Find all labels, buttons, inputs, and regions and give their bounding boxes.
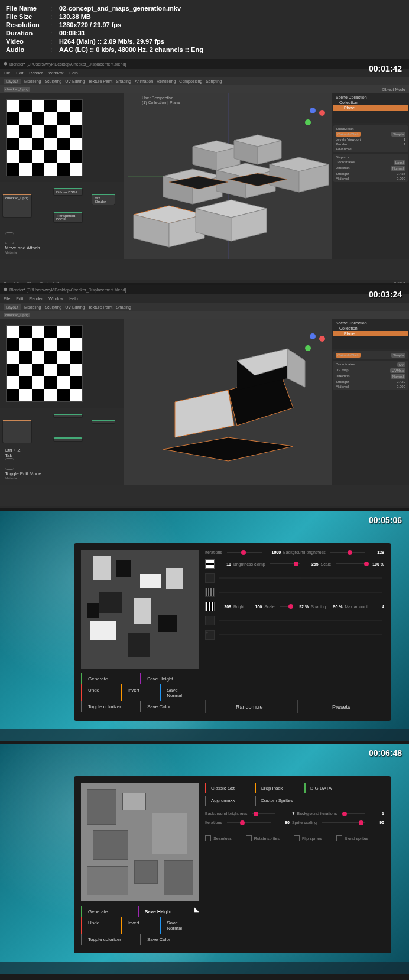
node-diffuse[interactable] [53,414,83,418]
timeline[interactable] [0,485,409,506]
uv-image-editor[interactable] [0,319,124,408]
workspace-tabs[interactable]: Layout Modeling Sculpting UV Editing Tex… [0,303,409,311]
vlines-icon[interactable] [205,602,215,611]
tab-rendering[interactable]: Rendering [157,79,176,83]
save-color-btn[interactable]: Save Color [140,934,199,945]
tab-modeling[interactable]: Modeling [24,79,41,83]
modifier-displace[interactable]: CoordinatesUV UV MapUVMap DirectionNorma… [333,361,408,390]
toggle-colorizer-btn[interactable]: Toggle colorizer [81,934,140,945]
invert-btn[interactable]: Invert [121,684,160,701]
tab-layout[interactable]: Layout [4,79,21,84]
menubar[interactable]: File Edit Render Window Help [0,69,409,77]
vbars-icon[interactable] [205,573,215,583]
preset-aggromaxx[interactable]: Aggromaxx [205,796,252,806]
rotate-checkbox[interactable] [246,835,252,841]
bg-brightness-slider[interactable] [330,552,365,553]
tab-scripting[interactable]: Scripting [206,79,222,83]
catmull-clark-btn[interactable]: Catmull-Clark [336,132,361,137]
menu-edit[interactable]: Edit [16,71,23,75]
iterations-slider[interactable] [227,552,262,553]
gizmo-x[interactable] [319,110,325,116]
menu-help[interactable]: Help [69,297,77,301]
blend-checkbox[interactable] [336,835,342,841]
outliner[interactable]: Scene Collection Collection Plane [332,319,409,349]
windows-taskbar[interactable] [0,729,409,741]
image-dropdown[interactable]: checker_1.png [4,87,30,92]
window-titlebar[interactable]: ⬢ Blender* [C:\Users\wryk\Desktop\Checke… [0,59,409,69]
node-mix-shader[interactable]: Mix Shader [92,194,115,205]
presets-btn[interactable]: Presets [297,700,385,713]
node-transparent[interactable]: Transparent BSDF [53,212,83,223]
generate-btn[interactable]: Generate [81,906,138,917]
properties-panel[interactable]: Catmull-Clark Simple CoordinatesUV UV Ma… [332,349,409,392]
tab-sculpting[interactable]: Sculpting [44,79,61,83]
tab-compositing[interactable]: Compositing [179,79,202,83]
tab-shading[interactable]: Shading [116,79,131,83]
tab-shading[interactable]: Shading [116,305,131,309]
timeline[interactable] [0,259,409,280]
gizmo-z[interactable] [310,333,316,339]
window-titlebar[interactable]: ⬢ Blender* [C:\Users\wryk\Desktop\Checke… [0,285,409,294]
image-dropdown[interactable]: checker_1.png [4,313,30,317]
toggle-colorizer-btn[interactable]: Toggle colorizer [81,701,140,712]
hbars-icon[interactable] [205,559,215,569]
menu-help[interactable]: Help [69,71,77,75]
menu-render[interactable]: Render [29,71,43,75]
save-height-btn[interactable]: Save Height [140,673,199,684]
clamp-slider[interactable] [270,563,300,564]
menubar[interactable]: File Edit Render Window Help [0,294,409,303]
3d-viewport[interactable] [124,319,332,485]
jsplacement-window[interactable]: Generate Save Height ◣ Undo Invert Save … [74,776,391,953]
modifier-subdivision[interactable]: Subdivision Catmull-Clark Simple Levels … [333,125,408,152]
shader-node-editor[interactable]: Ctrl + Z Tab Toggle Edit Mode Material [0,408,124,485]
bg-iter-slider[interactable] [342,813,365,814]
preset-classic[interactable]: Classic Set [205,783,252,793]
bg-bright-slider[interactable] [252,813,276,814]
line-icon[interactable] [205,616,215,625]
seamless-checkbox[interactable] [205,835,211,841]
tab-animation[interactable]: Animation [135,79,153,83]
tab-uv[interactable]: UV Editing [65,305,85,309]
scale-slider[interactable] [336,563,365,564]
simple-btn[interactable]: Simple [391,132,405,137]
save-color-btn[interactable]: Save Color [140,701,199,712]
node-image-texture[interactable]: checker_1.png [2,194,32,218]
menu-edit[interactable]: Edit [16,297,23,301]
menu-window[interactable]: Window [48,71,63,75]
3d-viewport[interactable]: User Perspective (1) Collection | Plane [124,93,332,259]
undo-btn[interactable]: Undo [81,684,121,701]
save-normal-btn[interactable]: Save Normal [160,917,199,934]
gizmo-y[interactable] [305,119,311,125]
gizmo-x[interactable] [319,336,325,342]
node-diffuse[interactable]: Diffuse BSDF [53,188,83,196]
outliner-collection[interactable]: Collection [333,100,408,105]
nav-gizmo[interactable] [303,105,326,129]
menu-render[interactable]: Render [29,297,43,301]
windows-taskbar[interactable] [0,962,409,974]
header-toolbar[interactable]: checker_1.png Object Mode [0,85,409,93]
grid-icon[interactable] [205,588,215,597]
simple-btn[interactable]: Simple [391,353,405,358]
modifier-displace[interactable]: Displace CoordinatesLocal DirectionNorma… [333,154,408,182]
uv-image-editor[interactable] [0,93,124,182]
gizmo-y[interactable] [305,345,311,351]
outliner-scene[interactable]: Scene Collection [333,320,408,326]
iter-slider[interactable] [227,822,271,823]
shader-node-editor[interactable]: checker_1.png Diffuse BSDF Transparent B… [0,182,124,259]
object-mode-dropdown[interactable]: Object Mode [382,87,405,92]
sprite-scale-slider[interactable] [322,822,365,823]
preset-crop[interactable]: Crop Pack [255,783,302,793]
preset-custom[interactable]: Custom Sprites [255,796,302,806]
menu-window[interactable]: Window [48,297,63,301]
tab-modeling[interactable]: Modeling [24,305,41,309]
invert-btn[interactable]: Invert [121,917,160,934]
scale2-slider[interactable] [280,606,290,607]
modifier-subdivision[interactable]: Catmull-Clark Simple [333,351,408,359]
outliner-plane[interactable]: Plane [333,105,408,111]
outliner-plane[interactable]: Plane [333,331,408,336]
outliner-scene[interactable]: Scene Collection [333,95,408,100]
save-normal-btn[interactable]: Save Normal [160,684,199,701]
menu-file[interactable]: File [4,71,10,75]
tab-layout[interactable]: Layout [4,304,21,310]
save-height-btn[interactable]: Save Height [138,906,194,917]
